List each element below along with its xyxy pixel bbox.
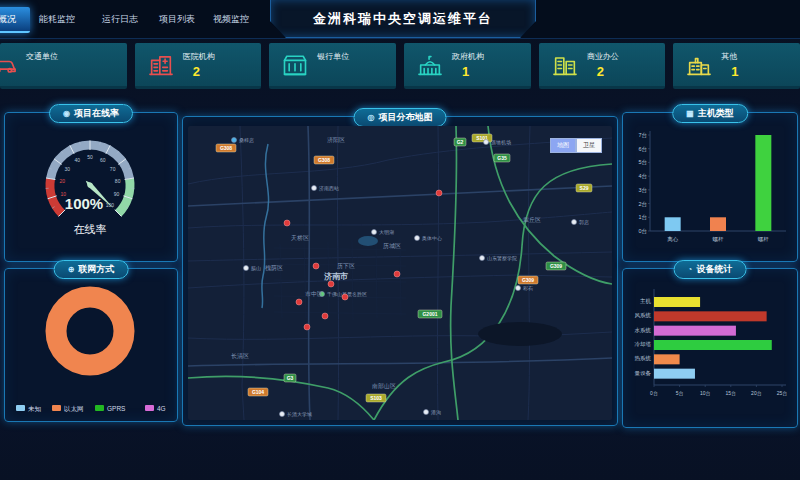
svg-text:风系统: 风系统 — [635, 312, 652, 319]
svg-text:1台: 1台 — [638, 214, 647, 220]
svg-text:在线率: 在线率 — [74, 223, 107, 235]
panel-network-type: ⊕联网方式 未知以太网GPRS4G — [4, 268, 178, 422]
svg-text:25台: 25台 — [777, 390, 788, 396]
legend-swatch[interactable] — [16, 405, 25, 411]
project-marker[interactable] — [322, 313, 328, 319]
poi-marker[interactable] — [484, 140, 489, 145]
stat-card-label: 医院机构 — [183, 51, 215, 62]
bank-icon — [281, 51, 309, 79]
legend-swatch[interactable] — [145, 405, 154, 411]
stat-card-5[interactable]: 商业办公2 — [539, 43, 666, 89]
legend-swatch[interactable] — [52, 405, 61, 411]
poi-label: 山东警察学院 — [487, 255, 517, 262]
pie-icon: ◔ — [688, 265, 693, 274]
legend-label[interactable]: 以太网 — [64, 405, 84, 412]
stat-card-6[interactable]: 其他1 — [673, 43, 800, 89]
link-icon: ◉ — [63, 109, 70, 118]
stat-card-value: 1 — [731, 64, 738, 79]
svg-text:S29: S29 — [580, 185, 589, 191]
poi-marker[interactable] — [424, 410, 429, 415]
stat-card-2[interactable]: 医院机构2 — [135, 43, 262, 89]
legend-label[interactable]: 未知 — [28, 405, 42, 413]
building-icon — [685, 51, 713, 79]
panel-host-type-header: ▦主机类型 — [672, 104, 748, 123]
tab-1[interactable]: 概况 — [0, 7, 30, 33]
map-layer-switcher: 地图卫星 — [550, 138, 602, 153]
stat-card-3[interactable]: 银行单位 — [269, 43, 396, 89]
top-nav: 概况能耗监控运行日志项目列表视频监控 金洲科瑞中央空调运维平台 — [0, 0, 800, 39]
legend-swatch[interactable] — [95, 405, 104, 411]
stat-card-label: 政府机构 — [452, 51, 484, 62]
stat-cards-row: 交通单位医院机构2银行单位政府机构1商业办公2其他1 — [0, 43, 800, 89]
poi-marker[interactable] — [372, 230, 377, 235]
project-marker[interactable] — [313, 263, 319, 269]
project-marker[interactable] — [328, 281, 334, 287]
svg-text:热系统: 热系统 — [635, 355, 652, 362]
district-label: 历城区 — [383, 242, 401, 250]
stat-card-value — [36, 64, 58, 78]
poi-marker[interactable] — [480, 256, 485, 261]
svg-text:70: 70 — [110, 166, 116, 172]
district-label: 槐荫区 — [265, 264, 283, 272]
hospital-icon — [147, 51, 175, 79]
panel-device-stats-header: ◔设备统计 — [674, 260, 747, 279]
stat-card-value: 2 — [597, 64, 619, 79]
svg-text:20: 20 — [60, 178, 66, 184]
legend-label[interactable]: 4G — [157, 405, 166, 412]
svg-text:G308: G308 — [318, 157, 330, 163]
map-button-satellite[interactable]: 卫星 — [576, 138, 602, 153]
bar-水系统 — [654, 326, 736, 336]
tab-2[interactable]: 能耗监控 — [27, 7, 87, 31]
svg-text:G309: G309 — [550, 263, 562, 269]
panel-device-stats: ◔设备统计 主机风系统水系统冷却塔热系统量设备0台5台10台15台20台25台 — [622, 268, 798, 428]
city-map[interactable]: G308G308G309G104G2G35G309G2001G3S101S103… — [188, 126, 612, 420]
map-button-map[interactable]: 地图 — [550, 138, 576, 153]
project-marker[interactable] — [284, 220, 290, 226]
poi-marker[interactable] — [572, 220, 577, 225]
svg-text:S103: S103 — [370, 395, 382, 401]
poi-marker[interactable] — [232, 138, 237, 143]
svg-text:G2: G2 — [457, 139, 464, 145]
tab-3[interactable]: 运行日志 — [90, 7, 150, 31]
poi-marker[interactable] — [312, 186, 317, 191]
svg-text:水系统: 水系统 — [635, 327, 652, 334]
bar-离心 — [665, 217, 681, 231]
project-marker[interactable] — [296, 299, 302, 305]
svg-text:30: 30 — [65, 166, 71, 172]
svg-text:G2001: G2001 — [422, 311, 437, 317]
stat-card-label: 银行单位 — [317, 51, 349, 62]
poi-label: 奥体中心 — [422, 235, 442, 241]
poi-marker[interactable] — [244, 266, 249, 271]
tab-5[interactable]: 视频监控 — [201, 7, 261, 31]
svg-text:2台: 2台 — [638, 201, 647, 207]
device-stats-bar-chart: 主机风系统水系统冷却塔热系统量设备0台5台10台15台20台25台 — [624, 281, 794, 423]
app-title: 金洲科瑞中央空调运维平台 — [270, 0, 536, 38]
map-canvas[interactable]: G308G308G309G104G2G35G309G2001G3S101S103… — [188, 126, 612, 420]
project-marker[interactable] — [394, 271, 400, 277]
map-lake — [358, 236, 378, 246]
map-terrain-patch — [478, 322, 562, 346]
poi-marker[interactable] — [280, 412, 285, 417]
legend-label[interactable]: GPRS — [107, 405, 126, 412]
svg-text:50: 50 — [87, 154, 93, 160]
bar-螺杆 — [755, 135, 771, 231]
stat-card-value: 2 — [193, 64, 215, 79]
poi-marker[interactable] — [516, 286, 521, 291]
district-label: 市中区 — [305, 290, 323, 297]
svg-text:4台: 4台 — [638, 173, 647, 179]
project-marker[interactable] — [436, 190, 442, 196]
poi-marker[interactable] — [415, 236, 420, 241]
car-icon — [0, 51, 18, 79]
district-label: 历下区 — [337, 262, 355, 270]
location-icon: ◎ — [368, 113, 375, 122]
tab-4[interactable]: 项目列表 — [147, 7, 207, 31]
svg-text:40: 40 — [75, 157, 81, 163]
svg-text:90: 90 — [114, 191, 120, 197]
network-donut-chart: 未知以太网GPRS4G — [5, 273, 175, 421]
project-marker[interactable] — [304, 324, 310, 330]
stat-card-1[interactable]: 交通单位 — [0, 43, 127, 89]
poi-label: 彩石 — [523, 285, 533, 292]
panel-host-type: ▦主机类型 0台1台2台3台4台5台6台7台离心螺杆螺杆 — [622, 112, 798, 262]
stat-card-4[interactable]: 政府机构1 — [404, 43, 531, 89]
project-marker[interactable] — [342, 294, 348, 300]
